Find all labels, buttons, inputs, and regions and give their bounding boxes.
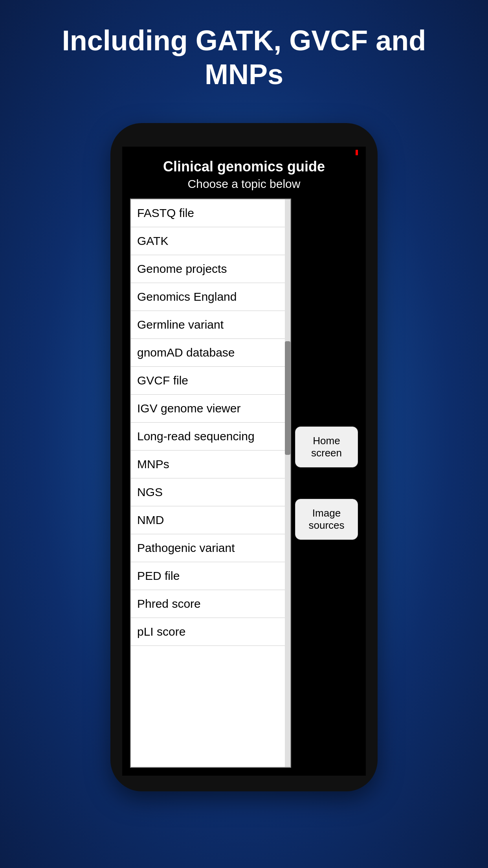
list-item[interactable]: Long-read sequencing: [131, 423, 290, 451]
list-item[interactable]: Pathogenic variant: [131, 534, 290, 562]
scrollbar[interactable]: [285, 199, 290, 767]
list-item[interactable]: Genomics England: [131, 283, 290, 311]
list-item[interactable]: Phred score: [131, 590, 290, 618]
list-item[interactable]: Germline variant: [131, 311, 290, 339]
phone-device: Clinical genomics guide Choose a topic b…: [110, 123, 378, 791]
list-item[interactable]: IGV genome viewer: [131, 395, 290, 423]
list-item[interactable]: NGS: [131, 478, 290, 506]
image-sources-button[interactable]: Image sources: [295, 499, 358, 540]
screen-subtitle: Choose a topic below: [188, 177, 301, 191]
battery-icon: [356, 150, 358, 155]
list-item[interactable]: GATK: [131, 227, 290, 255]
list-item[interactable]: PED file: [131, 562, 290, 590]
list-item[interactable]: FASTQ file: [131, 199, 290, 227]
list-item[interactable]: GVCF file: [131, 367, 290, 395]
home-screen-button[interactable]: Home screen: [295, 427, 358, 467]
list-item[interactable]: MNPs: [131, 451, 290, 478]
main-content: FASTQ fileGATKGenome projectsGenomics En…: [130, 199, 358, 768]
page-title: Including GATK, GVCF and MNPs: [0, 24, 488, 92]
list-item[interactable]: Genome projects: [131, 255, 290, 283]
scrollbar-thumb: [285, 341, 290, 455]
list-item[interactable]: gnomAD database: [131, 339, 290, 367]
phone-screen: Clinical genomics guide Choose a topic b…: [122, 147, 366, 776]
side-buttons-container: Home screen Image sources: [295, 199, 358, 768]
list-item[interactable]: NMD: [131, 506, 290, 534]
topic-list: FASTQ fileGATKGenome projectsGenomics En…: [130, 199, 291, 768]
list-item[interactable]: pLI score: [131, 618, 290, 646]
screen-title: Clinical genomics guide: [163, 158, 325, 175]
